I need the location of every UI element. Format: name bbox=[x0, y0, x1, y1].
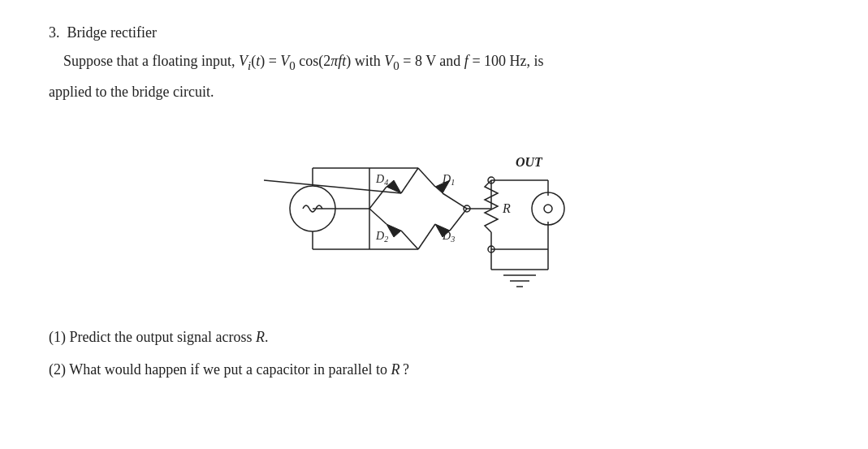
circuit-diagram: text { font-family: "Times New Roman", T… bbox=[49, 119, 819, 298]
d3-label: D3 bbox=[442, 230, 455, 244]
circuit-svg: text { font-family: "Times New Roman", T… bbox=[264, 119, 605, 298]
svg-line-8 bbox=[401, 168, 418, 193]
svg-line-17 bbox=[418, 224, 435, 249]
d2-label: D2 bbox=[375, 230, 388, 244]
svg-line-9 bbox=[418, 168, 435, 187]
svg-line-15 bbox=[450, 209, 467, 231]
svg-line-11 bbox=[443, 193, 467, 209]
svg-line-12 bbox=[401, 231, 418, 249]
svg-line-14 bbox=[369, 209, 386, 224]
question-2: (2) What would happen if we put a capaci… bbox=[49, 355, 819, 384]
svg-marker-6 bbox=[386, 180, 401, 193]
d4-label: D4 bbox=[375, 173, 388, 187]
problem-description-line1: Suppose that a floating input, Vi(t) = V… bbox=[49, 50, 819, 76]
question-1: (1) Predict the output signal across R. bbox=[49, 322, 819, 352]
svg-point-28 bbox=[532, 192, 564, 225]
questions-section: (1) Predict the output signal across R. … bbox=[49, 322, 819, 384]
out-label: OUT bbox=[516, 155, 543, 169]
r-label: R bbox=[502, 201, 511, 215]
svg-marker-13 bbox=[386, 224, 401, 237]
problem-description-line2: applied to the bridge circuit. bbox=[49, 80, 819, 104]
d1-label: D1 bbox=[442, 173, 455, 187]
svg-point-29 bbox=[544, 205, 552, 213]
problem-title: 3. Bridge rectifier bbox=[49, 24, 819, 41]
problem-number-title: 3. Bridge rectifier Suppose that a float… bbox=[49, 24, 819, 103]
